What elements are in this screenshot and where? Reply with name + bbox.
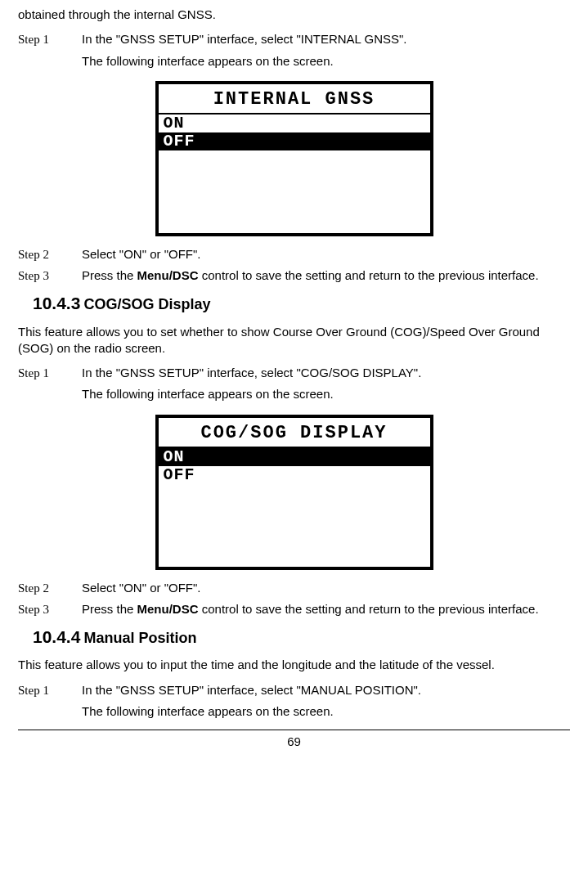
step1-line1: In the "GNSS SETUP" interface, select "M… <box>82 682 570 698</box>
heading-manual-position: 10.4.4 Manual Position <box>33 626 570 649</box>
intro-top: obtained through the internal GNSS. <box>18 7 570 23</box>
sec1-step1: Step 1 In the "GNSS SETUP" interface, se… <box>18 31 570 74</box>
step-body: Press the Menu/DSC control to save the s… <box>82 601 570 617</box>
heading-num: 10.4.4 <box>33 627 80 646</box>
screen-internal-gnss: INTERNAL GNSS ON OFF <box>18 81 570 236</box>
step-label: Step 1 <box>18 365 82 408</box>
txt: control to save the setting and return t… <box>199 602 539 616</box>
step-label: Step 2 <box>18 580 82 596</box>
step1-line2: The following interface appears on the s… <box>82 703 570 720</box>
step-body: Select "ON" or "OFF". <box>82 246 570 263</box>
heading-num: 10.4.3 <box>33 294 80 312</box>
heading-cog-sog: 10.4.3 COG/SOG Display <box>33 292 570 315</box>
step-label: Step 1 <box>18 31 82 74</box>
footer: 69 <box>18 730 570 750</box>
option-on: ON <box>159 114 430 132</box>
screen-body: ON OFF <box>159 448 430 566</box>
txt: control to save the setting and return t… <box>199 268 539 282</box>
option-on-selected: ON <box>159 448 430 466</box>
heading-text: Manual Position <box>84 630 197 646</box>
step-body: In the "GNSS SETUP" interface, select "C… <box>82 365 570 408</box>
option-off: OFF <box>159 466 430 484</box>
txt: Press the <box>82 602 137 616</box>
sec2-intro: This feature allows you to set whether t… <box>18 324 570 357</box>
sec3-intro: This feature allows you to input the tim… <box>18 657 570 673</box>
step1-line1: In the "GNSS SETUP" interface, select "I… <box>82 31 570 47</box>
sec1-step2: Step 2 Select "ON" or "OFF". <box>18 246 570 263</box>
screen-title: COG/SOG DISPLAY <box>159 418 430 449</box>
sec2-step3: Step 3 Press the Menu/DSC control to sav… <box>18 601 570 617</box>
step-label: Step 3 <box>18 601 82 617</box>
sec2-step1: Step 1 In the "GNSS SETUP" interface, se… <box>18 365 570 408</box>
step-body: In the "GNSS SETUP" interface, select "I… <box>82 31 570 74</box>
step-body: Press the Menu/DSC control to save the s… <box>82 267 570 284</box>
step-label: Step 1 <box>18 682 82 725</box>
screen-cog-sog: COG/SOG DISPLAY ON OFF <box>18 415 570 570</box>
screen-body: ON OFF <box>159 114 430 232</box>
step-body: In the "GNSS SETUP" interface, select "M… <box>82 682 570 725</box>
heading-text: COG/SOG Display <box>84 296 211 312</box>
step-label: Step 2 <box>18 246 82 263</box>
screen-title: INTERNAL GNSS <box>159 84 430 115</box>
page-number: 69 <box>287 734 301 748</box>
menu-dsc-bold: Menu/DSC <box>137 268 199 282</box>
menu-dsc-bold: Menu/DSC <box>137 602 199 616</box>
sec2-step2: Step 2 Select "ON" or "OFF". <box>18 580 570 596</box>
step1-line2: The following interface appears on the s… <box>82 386 570 402</box>
lcd-screen: COG/SOG DISPLAY ON OFF <box>155 415 433 570</box>
step-body: Select "ON" or "OFF". <box>82 580 570 596</box>
step1-line1: In the "GNSS SETUP" interface, select "C… <box>82 365 570 381</box>
step1-line2: The following interface appears on the s… <box>82 53 570 70</box>
lcd-screen: INTERNAL GNSS ON OFF <box>155 81 433 236</box>
sec1-step3: Step 3 Press the Menu/DSC control to sav… <box>18 267 570 284</box>
step-label: Step 3 <box>18 267 82 284</box>
sec3-step1: Step 1 In the "GNSS SETUP" interface, se… <box>18 682 570 725</box>
txt: Press the <box>82 268 137 282</box>
option-off-selected: OFF <box>159 132 430 150</box>
